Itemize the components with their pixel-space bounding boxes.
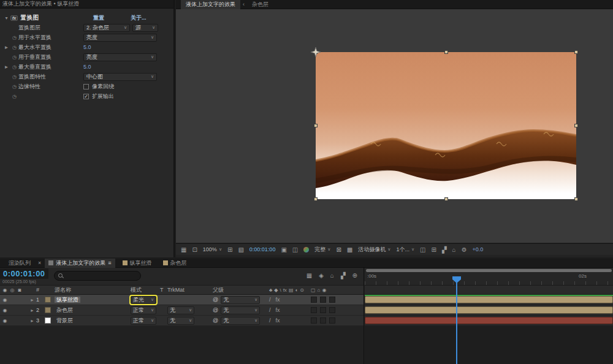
anchor-point-icon[interactable]	[311, 47, 321, 57]
fx-icon[interactable]: fx	[276, 307, 280, 313]
effect-header-row[interactable]: ▾ fx 置换图 重置 关于...	[0, 13, 173, 23]
layer-expander-icon[interactable]: ►	[28, 298, 36, 302]
tab-render-queue[interactable]: 渲染队列	[5, 259, 34, 268]
pixel-aspect-icon[interactable]: ⊞	[431, 246, 436, 253]
toggle-cell[interactable]	[320, 297, 326, 303]
stopwatch-icon[interactable]: ◷	[10, 84, 18, 89]
search-input[interactable]	[67, 273, 128, 279]
expander-right-icon[interactable]: ►	[2, 64, 10, 70]
screen-icon[interactable]: ⊡	[192, 246, 197, 253]
3d-icon[interactable]: ⊙	[300, 287, 304, 293]
parent-select[interactable]: 无∨	[221, 317, 260, 325]
expand-output-checkbox[interactable]	[83, 94, 89, 99]
playhead-line[interactable]	[456, 280, 457, 364]
timeline-button-icon[interactable]: ⌂	[452, 246, 456, 253]
current-time-display[interactable]: 0:00:01:00	[0, 268, 48, 279]
transparency-icon[interactable]: ▩	[347, 246, 352, 253]
fx-icon[interactable]: fx	[283, 287, 287, 293]
reset-button[interactable]: 重置	[93, 14, 104, 22]
comp-tab-noise[interactable]: 杂色层	[247, 0, 273, 9]
layer-expander-icon[interactable]: ►	[28, 319, 36, 323]
snapshot-icon[interactable]: ▣	[281, 246, 286, 253]
selection-handle[interactable]	[444, 50, 448, 54]
pickwhip-icon[interactable]: @	[213, 307, 218, 313]
stopwatch-icon[interactable]: ◷	[10, 94, 18, 99]
resolution-select[interactable]: 完整 ∨	[314, 246, 330, 254]
timeline-track-area[interactable]: :00s 02s	[365, 268, 613, 364]
search-box[interactable]	[54, 271, 141, 281]
layer-bar-1[interactable]	[365, 296, 613, 303]
motion-blur-icon[interactable]: ◐	[295, 287, 298, 293]
trkmat-select[interactable]: 无∨	[167, 306, 194, 314]
source-name-header[interactable]: 源名称	[55, 286, 131, 294]
exposure-value[interactable]: +0.0	[473, 246, 484, 252]
stopwatch-icon[interactable]: ◷	[10, 45, 18, 50]
mask-roi-icon[interactable]: ▧	[238, 246, 243, 253]
toggle-cell[interactable]	[329, 307, 335, 313]
parent-select[interactable]: 无∨	[221, 306, 260, 314]
collapse-icon[interactable]: ◆	[274, 287, 278, 293]
selection-handle[interactable]	[574, 50, 578, 54]
layer-name[interactable]: 杂色层	[55, 306, 131, 314]
expander-down-icon[interactable]: ▾	[2, 15, 10, 21]
shy-icon[interactable]: ♣	[269, 287, 272, 293]
map-behavior-select[interactable]: 中心图 ∨	[83, 73, 157, 81]
time-navigator-bar[interactable]	[366, 269, 612, 272]
toggle-cell[interactable]	[311, 297, 317, 303]
lock-icon[interactable]: ◙	[16, 287, 23, 293]
box-icon[interactable]: ▢	[311, 287, 316, 293]
layer-expander-icon[interactable]: ►	[28, 308, 36, 313]
trkmat-select[interactable]: 无∨	[167, 317, 194, 325]
flowchart-icon[interactable]: ◈	[319, 272, 324, 279]
toggle-cell[interactable]	[320, 317, 326, 324]
eye-icon[interactable]: ◉	[1, 318, 9, 324]
eye-icon[interactable]: ◉	[1, 308, 9, 313]
home-icon[interactable]: ⌂	[318, 287, 321, 293]
selection-handle[interactable]	[314, 197, 318, 201]
vertical-use-select[interactable]: 亮度 ∨	[83, 53, 157, 61]
stopwatch-icon[interactable]: ◷	[10, 74, 18, 80]
quality-icon[interactable]: /	[269, 317, 271, 324]
quality-icon[interactable]: \	[280, 287, 281, 293]
stopwatch-icon[interactable]: ◷	[10, 55, 18, 60]
layer-bar-2[interactable]	[365, 306, 613, 314]
audio-icon[interactable]: ◎	[9, 287, 16, 293]
fast-preview-icon[interactable]: ▞	[442, 246, 447, 253]
horizontal-use-select[interactable]: 亮度 ∨	[83, 34, 157, 42]
blend-mode-select[interactable]: 正常∨	[131, 306, 156, 314]
layer-row-3[interactable]: ◉ ► 3 背景层 正常∨ 无∨ @无∨ /fx	[0, 316, 364, 326]
layer-row-2[interactable]: ◉ ► 2 杂色层 正常∨ 无∨ @无∨ /fx	[0, 305, 364, 316]
selection-handle[interactable]	[314, 124, 318, 127]
track-row-3[interactable]	[365, 316, 613, 326]
eye-icon[interactable]: ◉	[322, 287, 326, 293]
mode-header[interactable]: 模式	[131, 286, 160, 294]
close-icon[interactable]: ×	[38, 260, 41, 266]
number-header[interactable]: #	[36, 287, 45, 293]
toggle-cell[interactable]	[311, 317, 317, 324]
toolbar-time-display[interactable]: 0:00:01:00	[249, 246, 276, 252]
selection-handle[interactable]	[574, 197, 578, 201]
quality-icon[interactable]: /	[269, 297, 271, 303]
view-layout-icon[interactable]: ◫	[420, 246, 425, 253]
stopwatch-icon[interactable]: ◷	[10, 35, 18, 40]
fx-icon[interactable]: fx	[276, 317, 280, 324]
active-camera-select[interactable]: 活动摄像机 ∨	[358, 246, 390, 254]
max-vertical-value[interactable]: 5.0	[83, 64, 91, 70]
displacement-layer-select[interactable]: 2. 杂色层 ∨	[83, 24, 130, 32]
tab-silky-comp[interactable]: 纵享丝滑	[119, 259, 156, 268]
grid-guides-icon[interactable]: ⊞	[227, 246, 232, 253]
gear-icon[interactable]: ⚙	[462, 246, 467, 253]
draft-3d-icon[interactable]: ⌂	[330, 272, 334, 279]
trkmat-header[interactable]: TrkMat	[167, 287, 199, 293]
tab-noise-comp[interactable]: 杂色层	[159, 259, 191, 268]
menu-icon[interactable]: ≡	[108, 260, 111, 266]
am-icon[interactable]: ⊕	[352, 272, 357, 279]
comp-tab-active[interactable]: 液体上加文字的效果	[181, 0, 240, 9]
layer-name[interactable]: 纵享丝滑	[55, 296, 131, 304]
parent-select[interactable]: 无∨	[221, 296, 260, 304]
tab-main-comp[interactable]: 液体上加文字的效果 ≡	[45, 259, 115, 268]
layer-name[interactable]: 背景层	[55, 317, 131, 325]
quality-icon[interactable]: /	[269, 307, 271, 313]
frame-blend-icon[interactable]: ▤	[289, 287, 294, 293]
about-button[interactable]: 关于...	[131, 14, 147, 22]
